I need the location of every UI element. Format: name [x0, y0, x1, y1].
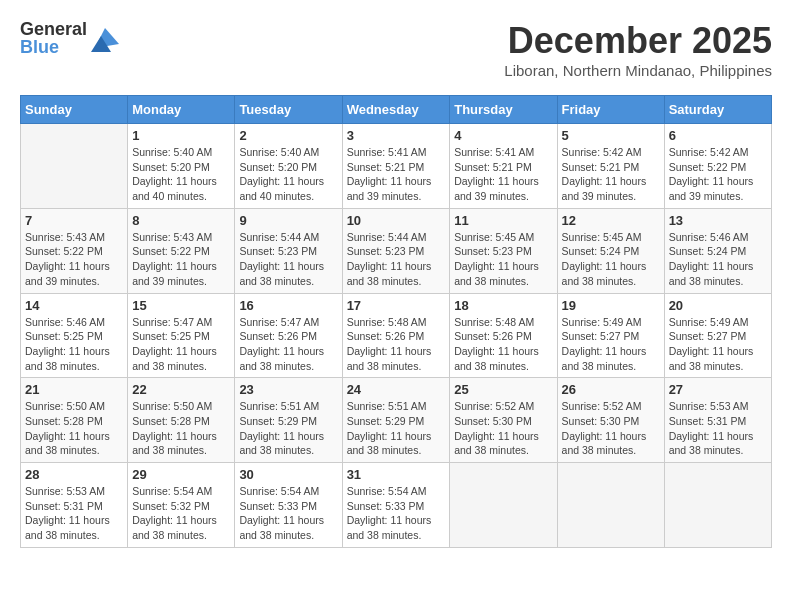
calendar-day-header: Thursday	[450, 96, 557, 124]
calendar-day-header: Friday	[557, 96, 664, 124]
day-info: Sunrise: 5:48 AMSunset: 5:26 PMDaylight:…	[347, 315, 446, 374]
day-number: 5	[562, 128, 660, 143]
calendar-header-row: SundayMondayTuesdayWednesdayThursdayFrid…	[21, 96, 772, 124]
day-info: Sunrise: 5:44 AMSunset: 5:23 PMDaylight:…	[239, 230, 337, 289]
calendar-day-cell: 14Sunrise: 5:46 AMSunset: 5:25 PMDayligh…	[21, 293, 128, 378]
calendar-day-cell: 4Sunrise: 5:41 AMSunset: 5:21 PMDaylight…	[450, 124, 557, 209]
logo-icon	[91, 24, 119, 52]
calendar-day-header: Wednesday	[342, 96, 450, 124]
calendar-day-cell: 31Sunrise: 5:54 AMSunset: 5:33 PMDayligh…	[342, 463, 450, 548]
calendar-week-row: 14Sunrise: 5:46 AMSunset: 5:25 PMDayligh…	[21, 293, 772, 378]
calendar-week-row: 28Sunrise: 5:53 AMSunset: 5:31 PMDayligh…	[21, 463, 772, 548]
day-number: 30	[239, 467, 337, 482]
calendar-day-cell: 3Sunrise: 5:41 AMSunset: 5:21 PMDaylight…	[342, 124, 450, 209]
day-info: Sunrise: 5:45 AMSunset: 5:23 PMDaylight:…	[454, 230, 552, 289]
day-info: Sunrise: 5:49 AMSunset: 5:27 PMDaylight:…	[562, 315, 660, 374]
day-info: Sunrise: 5:43 AMSunset: 5:22 PMDaylight:…	[132, 230, 230, 289]
day-info: Sunrise: 5:47 AMSunset: 5:25 PMDaylight:…	[132, 315, 230, 374]
day-info: Sunrise: 5:54 AMSunset: 5:33 PMDaylight:…	[239, 484, 337, 543]
day-info: Sunrise: 5:49 AMSunset: 5:27 PMDaylight:…	[669, 315, 767, 374]
day-info: Sunrise: 5:40 AMSunset: 5:20 PMDaylight:…	[239, 145, 337, 204]
day-info: Sunrise: 5:46 AMSunset: 5:25 PMDaylight:…	[25, 315, 123, 374]
day-number: 6	[669, 128, 767, 143]
day-number: 25	[454, 382, 552, 397]
day-number: 14	[25, 298, 123, 313]
calendar-day-cell: 22Sunrise: 5:50 AMSunset: 5:28 PMDayligh…	[128, 378, 235, 463]
calendar-day-cell	[557, 463, 664, 548]
day-info: Sunrise: 5:43 AMSunset: 5:22 PMDaylight:…	[25, 230, 123, 289]
day-info: Sunrise: 5:46 AMSunset: 5:24 PMDaylight:…	[669, 230, 767, 289]
calendar-day-cell	[450, 463, 557, 548]
day-number: 2	[239, 128, 337, 143]
day-number: 9	[239, 213, 337, 228]
day-info: Sunrise: 5:41 AMSunset: 5:21 PMDaylight:…	[347, 145, 446, 204]
day-info: Sunrise: 5:52 AMSunset: 5:30 PMDaylight:…	[562, 399, 660, 458]
calendar-day-cell: 11Sunrise: 5:45 AMSunset: 5:23 PMDayligh…	[450, 208, 557, 293]
calendar-week-row: 21Sunrise: 5:50 AMSunset: 5:28 PMDayligh…	[21, 378, 772, 463]
day-number: 27	[669, 382, 767, 397]
day-number: 11	[454, 213, 552, 228]
day-info: Sunrise: 5:53 AMSunset: 5:31 PMDaylight:…	[25, 484, 123, 543]
calendar-day-cell: 7Sunrise: 5:43 AMSunset: 5:22 PMDaylight…	[21, 208, 128, 293]
calendar-day-cell: 17Sunrise: 5:48 AMSunset: 5:26 PMDayligh…	[342, 293, 450, 378]
day-info: Sunrise: 5:44 AMSunset: 5:23 PMDaylight:…	[347, 230, 446, 289]
calendar-day-cell: 20Sunrise: 5:49 AMSunset: 5:27 PMDayligh…	[664, 293, 771, 378]
day-info: Sunrise: 5:42 AMSunset: 5:22 PMDaylight:…	[669, 145, 767, 204]
day-info: Sunrise: 5:54 AMSunset: 5:32 PMDaylight:…	[132, 484, 230, 543]
calendar-day-cell	[664, 463, 771, 548]
calendar-day-header: Sunday	[21, 96, 128, 124]
day-info: Sunrise: 5:47 AMSunset: 5:26 PMDaylight:…	[239, 315, 337, 374]
calendar-day-cell: 21Sunrise: 5:50 AMSunset: 5:28 PMDayligh…	[21, 378, 128, 463]
calendar-day-cell: 5Sunrise: 5:42 AMSunset: 5:21 PMDaylight…	[557, 124, 664, 209]
day-info: Sunrise: 5:52 AMSunset: 5:30 PMDaylight:…	[454, 399, 552, 458]
day-number: 29	[132, 467, 230, 482]
day-number: 7	[25, 213, 123, 228]
calendar-day-cell: 12Sunrise: 5:45 AMSunset: 5:24 PMDayligh…	[557, 208, 664, 293]
logo: General Blue	[20, 20, 119, 56]
calendar-day-cell: 25Sunrise: 5:52 AMSunset: 5:30 PMDayligh…	[450, 378, 557, 463]
day-info: Sunrise: 5:48 AMSunset: 5:26 PMDaylight:…	[454, 315, 552, 374]
calendar-day-cell: 2Sunrise: 5:40 AMSunset: 5:20 PMDaylight…	[235, 124, 342, 209]
day-number: 10	[347, 213, 446, 228]
day-number: 24	[347, 382, 446, 397]
calendar-day-header: Tuesday	[235, 96, 342, 124]
day-number: 18	[454, 298, 552, 313]
day-number: 4	[454, 128, 552, 143]
calendar-day-cell: 29Sunrise: 5:54 AMSunset: 5:32 PMDayligh…	[128, 463, 235, 548]
day-number: 3	[347, 128, 446, 143]
calendar-day-cell: 23Sunrise: 5:51 AMSunset: 5:29 PMDayligh…	[235, 378, 342, 463]
calendar-day-cell: 26Sunrise: 5:52 AMSunset: 5:30 PMDayligh…	[557, 378, 664, 463]
day-number: 1	[132, 128, 230, 143]
calendar-day-cell: 6Sunrise: 5:42 AMSunset: 5:22 PMDaylight…	[664, 124, 771, 209]
day-info: Sunrise: 5:40 AMSunset: 5:20 PMDaylight:…	[132, 145, 230, 204]
day-info: Sunrise: 5:42 AMSunset: 5:21 PMDaylight:…	[562, 145, 660, 204]
calendar-day-cell: 13Sunrise: 5:46 AMSunset: 5:24 PMDayligh…	[664, 208, 771, 293]
calendar-day-cell: 24Sunrise: 5:51 AMSunset: 5:29 PMDayligh…	[342, 378, 450, 463]
calendar-day-cell: 19Sunrise: 5:49 AMSunset: 5:27 PMDayligh…	[557, 293, 664, 378]
calendar-day-cell: 16Sunrise: 5:47 AMSunset: 5:26 PMDayligh…	[235, 293, 342, 378]
month-title: December 2025	[504, 20, 772, 62]
day-number: 12	[562, 213, 660, 228]
logo-text: General Blue	[20, 20, 87, 56]
logo-blue: Blue	[20, 38, 87, 56]
day-info: Sunrise: 5:50 AMSunset: 5:28 PMDaylight:…	[132, 399, 230, 458]
title-section: December 2025 Liboran, Northern Mindanao…	[504, 20, 772, 79]
calendar-day-cell: 15Sunrise: 5:47 AMSunset: 5:25 PMDayligh…	[128, 293, 235, 378]
day-number: 16	[239, 298, 337, 313]
day-number: 8	[132, 213, 230, 228]
calendar-day-cell: 30Sunrise: 5:54 AMSunset: 5:33 PMDayligh…	[235, 463, 342, 548]
day-number: 20	[669, 298, 767, 313]
day-number: 13	[669, 213, 767, 228]
logo-general: General	[20, 20, 87, 38]
calendar-day-header: Monday	[128, 96, 235, 124]
calendar-day-cell: 27Sunrise: 5:53 AMSunset: 5:31 PMDayligh…	[664, 378, 771, 463]
day-number: 19	[562, 298, 660, 313]
day-number: 26	[562, 382, 660, 397]
day-info: Sunrise: 5:45 AMSunset: 5:24 PMDaylight:…	[562, 230, 660, 289]
day-number: 31	[347, 467, 446, 482]
page-header: General Blue December 2025 Liboran, Nort…	[20, 20, 772, 79]
day-info: Sunrise: 5:51 AMSunset: 5:29 PMDaylight:…	[239, 399, 337, 458]
calendar-day-cell	[21, 124, 128, 209]
day-number: 21	[25, 382, 123, 397]
day-number: 28	[25, 467, 123, 482]
